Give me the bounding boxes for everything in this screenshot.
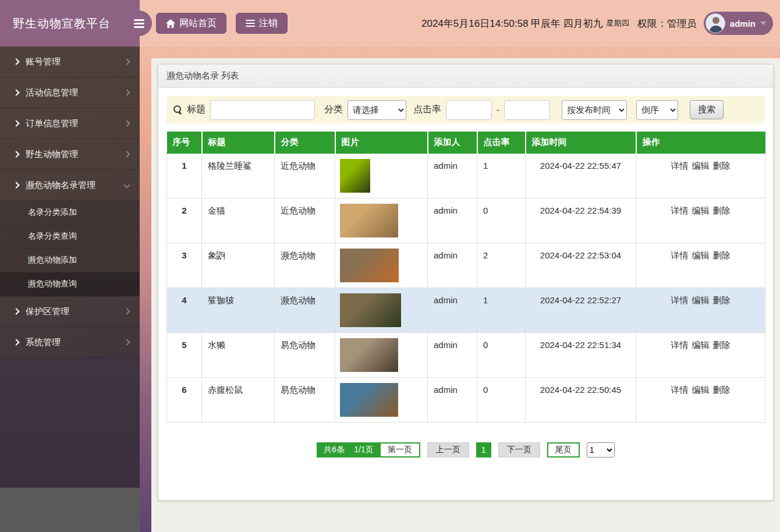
sidebar-subitem-animal-query[interactable]: 濒危动物查询 xyxy=(0,272,140,296)
sidebar-subitem-animal-add[interactable]: 濒危动物添加 xyxy=(0,249,140,272)
pagination: 共6条 1/1页 第一页 上一页 1 下一页 尾页 1 xyxy=(166,442,765,457)
cell-no: 6 xyxy=(167,378,202,423)
detail-link[interactable]: 详情 xyxy=(671,205,689,215)
delete-link[interactable]: 删除 xyxy=(713,250,731,260)
cell-operations: 详情编辑删除 xyxy=(636,288,765,333)
sidebar: 账号管理 活动信息管理 订单信息管理 野生动物管理 濒危动物名录管理 名录分类添… xyxy=(0,47,140,532)
chevron-right-icon xyxy=(13,339,19,345)
chevron-right-icon xyxy=(123,151,130,157)
detail-link[interactable]: 详情 xyxy=(671,161,689,171)
cell-added-by: admin xyxy=(428,333,477,378)
table-row: 6 赤腹松鼠 易危动物 admin 0 2024-04-22 22:50:45 … xyxy=(167,378,765,423)
table-row: 1 格陵兰睡鲨 近危动物 admin 1 2024-04-22 22:55:47… xyxy=(167,154,765,198)
sidebar-item-wildlife[interactable]: 野生动物管理 xyxy=(0,139,140,170)
detail-link[interactable]: 详情 xyxy=(671,385,689,395)
pagination-info: 共6条 1/1页 xyxy=(318,444,379,456)
cell-clicks: 0 xyxy=(477,198,526,243)
delete-link[interactable]: 删除 xyxy=(713,205,731,215)
cell-added-by: admin xyxy=(428,378,477,423)
range-separator: - xyxy=(497,105,499,115)
detail-link[interactable]: 详情 xyxy=(671,340,689,350)
edit-link[interactable]: 编辑 xyxy=(692,385,710,395)
sidebar-item-activity[interactable]: 活动信息管理 xyxy=(0,77,140,108)
total-count: 共6条 xyxy=(324,445,345,455)
sidebar-submenu: 名录分类添加 名录分类查询 濒危动物添加 濒危动物查询 xyxy=(0,201,140,296)
page-count: 1/1页 xyxy=(354,445,373,455)
title-filter-input[interactable] xyxy=(210,100,315,120)
chevron-right-icon xyxy=(13,120,19,126)
cell-title: 格陵兰睡鲨 xyxy=(202,154,275,198)
category-select[interactable]: 请选择 xyxy=(348,100,406,120)
next-page-button[interactable]: 下一页 xyxy=(498,442,540,457)
page-select[interactable]: 1 xyxy=(587,442,615,457)
cell-title: 㺢㹢狓 xyxy=(202,288,275,333)
sidebar-item-account[interactable]: 账号管理 xyxy=(0,47,140,77)
detail-link[interactable]: 详情 xyxy=(671,295,689,305)
animal-thumbnail xyxy=(340,249,399,282)
cell-image xyxy=(335,333,428,378)
delete-link[interactable]: 删除 xyxy=(713,161,731,171)
cell-image xyxy=(335,378,428,423)
sidebar-subitem-category-query[interactable]: 名录分类查询 xyxy=(0,225,140,249)
sidebar-item-reserve[interactable]: 保护区管理 xyxy=(0,296,140,327)
sort-order-select[interactable]: 倒序 xyxy=(636,100,678,120)
topbar-right: 2024年5月16日14:50:58 甲辰年 四月初九 星期四 权限：管理员 a… xyxy=(421,12,780,35)
table-row-highlighted: 4 㺢㹢狓 濒危动物 admin 1 2024-04-22 22:52:27 详… xyxy=(167,288,765,333)
search-button[interactable]: 搜索 xyxy=(690,100,724,119)
edit-link[interactable]: 编辑 xyxy=(692,250,710,260)
datetime-text: 2024年5月16日14:50:58 甲辰年 四月初九 xyxy=(421,17,603,30)
sidebar-item-label: 活动信息管理 xyxy=(26,87,78,98)
cell-operations: 详情编辑删除 xyxy=(636,154,765,198)
role-text: 权限：管理员 xyxy=(637,17,697,30)
cell-category: 近危动物 xyxy=(275,154,335,198)
clicks-min-input[interactable] xyxy=(446,100,492,120)
sidebar-item-system[interactable]: 系统管理 xyxy=(0,327,140,358)
pagination-summary: 共6条 1/1页 第一页 xyxy=(317,442,420,457)
top-bar: 野生动物宣教平台 网站首页 注销 2024年5月16日14:50:58 甲辰年 … xyxy=(0,0,780,47)
sidebar-subitem-label: 濒危动物查询 xyxy=(28,279,77,289)
header-added-by: 添加人 xyxy=(428,132,477,154)
sidebar-item-label: 订单信息管理 xyxy=(26,118,78,129)
brand-block: 野生动物宣教平台 xyxy=(0,0,140,47)
cell-category: 濒危动物 xyxy=(275,243,335,288)
prev-page-button[interactable]: 上一页 xyxy=(427,442,469,457)
delete-link[interactable]: 删除 xyxy=(713,295,731,305)
edit-link[interactable]: 编辑 xyxy=(692,161,710,171)
current-page-indicator[interactable]: 1 xyxy=(476,442,491,457)
clicks-max-input[interactable] xyxy=(504,100,550,120)
last-page-button[interactable]: 尾页 xyxy=(547,442,580,457)
search-icon xyxy=(173,105,182,114)
header-added-time: 添加时间 xyxy=(526,132,636,154)
cell-added-time: 2024-04-22 22:50:45 xyxy=(526,378,636,423)
cell-title: 赤腹松鼠 xyxy=(202,378,275,423)
cell-clicks: 0 xyxy=(477,333,526,378)
chevron-right-icon xyxy=(123,120,130,126)
delete-link[interactable]: 删除 xyxy=(713,385,731,395)
edit-link[interactable]: 编辑 xyxy=(692,295,710,305)
logout-button[interactable]: 注销 xyxy=(236,13,288,34)
header-clicks: 点击率 xyxy=(477,132,526,154)
sort-field-select[interactable]: 按发布时间 xyxy=(562,100,627,120)
sidebar-item-endangered-list[interactable]: 濒危动物名录管理 xyxy=(0,170,140,201)
edit-link[interactable]: 编辑 xyxy=(692,340,710,350)
detail-link[interactable]: 详情 xyxy=(671,250,689,260)
hamburger-icon xyxy=(134,17,144,30)
cell-added-time: 2024-04-22 22:51:34 xyxy=(526,333,636,378)
endangered-animal-table: 序号 标题 分类 图片 添加人 点击率 添加时间 操作 1 格陵兰睡鲨 近危动物 xyxy=(166,132,765,423)
sidebar-toggle-button[interactable] xyxy=(126,10,152,36)
first-page-button[interactable]: 第一页 xyxy=(380,444,419,456)
caret-down-icon xyxy=(760,22,766,25)
chevron-right-icon xyxy=(13,308,19,314)
weekday-text: 星期四 xyxy=(607,18,629,29)
header-image: 图片 xyxy=(335,132,428,154)
cell-category: 易危动物 xyxy=(275,333,335,378)
edit-link[interactable]: 编辑 xyxy=(692,205,710,215)
cell-operations: 详情编辑删除 xyxy=(636,198,765,243)
user-menu[interactable]: admin xyxy=(704,12,773,35)
sidebar-item-orders[interactable]: 订单信息管理 xyxy=(0,108,140,139)
sidebar-subitem-category-add[interactable]: 名录分类添加 xyxy=(0,201,140,225)
home-button[interactable]: 网站首页 xyxy=(156,13,226,34)
delete-link[interactable]: 删除 xyxy=(713,340,731,350)
chevron-right-icon xyxy=(13,89,19,95)
cell-added-time: 2024-04-22 22:55:47 xyxy=(526,154,636,198)
